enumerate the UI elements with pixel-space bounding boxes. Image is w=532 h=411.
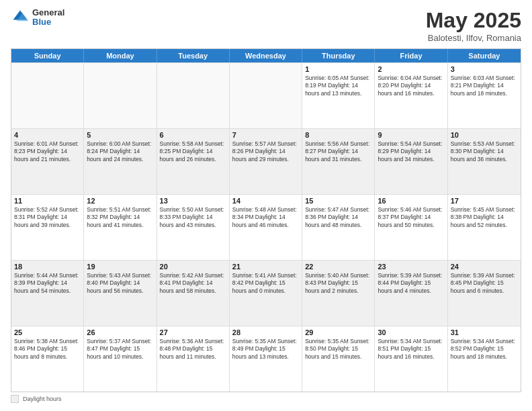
weekday-header: Friday [375, 49, 447, 62]
day-number: 27 [160, 328, 226, 336]
day-info: Sunrise: 5:58 AM Sunset: 8:25 PM Dayligh… [160, 140, 226, 163]
day-number: 29 [305, 328, 371, 336]
month-title: May 2025 [426, 8, 521, 33]
day-info: Sunrise: 5:39 AM Sunset: 8:45 PM Dayligh… [451, 272, 518, 295]
day-info: Sunrise: 5:35 AM Sunset: 8:50 PM Dayligh… [305, 338, 371, 361]
calendar-row: 25Sunrise: 5:38 AM Sunset: 8:46 PM Dayli… [11, 326, 521, 392]
day-info: Sunrise: 5:51 AM Sunset: 8:32 PM Dayligh… [87, 206, 153, 229]
day-info: Sunrise: 5:46 AM Sunset: 8:37 PM Dayligh… [378, 206, 444, 229]
day-info: Sunrise: 5:43 AM Sunset: 8:40 PM Dayligh… [87, 272, 153, 295]
calendar-cell: 17Sunrise: 5:45 AM Sunset: 8:38 PM Dayli… [448, 195, 521, 260]
day-info: Sunrise: 6:00 AM Sunset: 8:24 PM Dayligh… [87, 140, 153, 163]
logo-blue-text: Blue [32, 17, 64, 27]
day-number: 6 [160, 131, 226, 139]
day-info: Sunrise: 5:42 AM Sunset: 8:41 PM Dayligh… [160, 272, 226, 295]
day-number: 18 [14, 263, 81, 271]
day-info: Sunrise: 5:50 AM Sunset: 8:33 PM Dayligh… [160, 206, 226, 229]
calendar-row: 4Sunrise: 6:01 AM Sunset: 8:23 PM Daylig… [11, 128, 521, 194]
day-info: Sunrise: 5:56 AM Sunset: 8:27 PM Dayligh… [305, 140, 371, 163]
logo-general-text: General [32, 8, 64, 17]
day-number: 13 [160, 197, 226, 205]
calendar-cell: 8Sunrise: 5:56 AM Sunset: 8:27 PM Daylig… [302, 129, 375, 194]
day-number: 15 [305, 197, 371, 205]
day-info: Sunrise: 6:01 AM Sunset: 8:23 PM Dayligh… [14, 140, 81, 163]
day-number: 20 [160, 263, 226, 271]
day-info: Sunrise: 6:04 AM Sunset: 8:20 PM Dayligh… [378, 75, 444, 97]
weekday-header: Sunday [11, 49, 84, 62]
calendar-row: 11Sunrise: 5:52 AM Sunset: 8:31 PM Dayli… [11, 194, 521, 260]
header: General Blue May 2025 Balotesti, Ilfov, … [11, 8, 521, 43]
calendar-header: SundayMondayTuesdayWednesdayThursdayFrid… [11, 49, 521, 62]
day-number: 9 [378, 131, 444, 139]
calendar-cell: 14Sunrise: 5:48 AM Sunset: 8:34 PM Dayli… [230, 195, 302, 260]
calendar-cell: 6Sunrise: 5:58 AM Sunset: 8:25 PM Daylig… [157, 129, 230, 194]
calendar-cell: 29Sunrise: 5:35 AM Sunset: 8:50 PM Dayli… [302, 326, 375, 392]
day-number: 25 [14, 328, 81, 336]
calendar-cell: 18Sunrise: 5:44 AM Sunset: 8:39 PM Dayli… [11, 261, 84, 326]
day-number: 28 [232, 328, 299, 336]
logo-text: General Blue [32, 8, 64, 28]
calendar-cell: 12Sunrise: 5:51 AM Sunset: 8:32 PM Dayli… [84, 195, 157, 260]
title-section: May 2025 Balotesti, Ilfov, Romania [426, 8, 521, 43]
calendar-cell: 9Sunrise: 5:54 AM Sunset: 8:29 PM Daylig… [375, 129, 447, 194]
location: Balotesti, Ilfov, Romania [426, 33, 521, 43]
day-info: Sunrise: 5:44 AM Sunset: 8:39 PM Dayligh… [14, 272, 81, 295]
day-number: 14 [232, 197, 299, 205]
day-info: Sunrise: 5:45 AM Sunset: 8:38 PM Dayligh… [451, 206, 518, 229]
weekday-header: Monday [84, 49, 157, 62]
calendar-cell: 7Sunrise: 5:57 AM Sunset: 8:26 PM Daylig… [230, 129, 302, 194]
day-number: 8 [305, 131, 371, 139]
day-number: 5 [87, 131, 153, 139]
day-info: Sunrise: 5:57 AM Sunset: 8:26 PM Dayligh… [232, 140, 299, 163]
day-number: 2 [378, 65, 444, 73]
day-info: Sunrise: 5:53 AM Sunset: 8:30 PM Dayligh… [451, 140, 518, 163]
day-info: Sunrise: 5:54 AM Sunset: 8:29 PM Dayligh… [378, 140, 444, 163]
calendar-cell: 4Sunrise: 6:01 AM Sunset: 8:23 PM Daylig… [11, 129, 84, 194]
footer-box [11, 395, 19, 403]
day-number: 17 [451, 197, 518, 205]
calendar-body: 1Sunrise: 6:05 AM Sunset: 8:19 PM Daylig… [11, 62, 521, 392]
day-number: 31 [451, 328, 518, 336]
calendar-cell: 2Sunrise: 6:04 AM Sunset: 8:20 PM Daylig… [375, 63, 447, 128]
day-number: 1 [305, 65, 371, 73]
footer-label: Daylight hours [23, 396, 62, 402]
calendar-cell: 1Sunrise: 6:05 AM Sunset: 8:19 PM Daylig… [302, 63, 375, 128]
calendar-cell [11, 63, 84, 128]
calendar-cell: 22Sunrise: 5:40 AM Sunset: 8:43 PM Dayli… [302, 261, 375, 326]
logo: General Blue [11, 8, 64, 28]
day-info: Sunrise: 5:38 AM Sunset: 8:46 PM Dayligh… [14, 338, 81, 361]
calendar-cell: 20Sunrise: 5:42 AM Sunset: 8:41 PM Dayli… [157, 261, 230, 326]
calendar-cell [230, 63, 302, 128]
calendar-row: 1Sunrise: 6:05 AM Sunset: 8:19 PM Daylig… [11, 62, 521, 128]
calendar-cell: 10Sunrise: 5:53 AM Sunset: 8:30 PM Dayli… [448, 129, 521, 194]
day-info: Sunrise: 5:52 AM Sunset: 8:31 PM Dayligh… [14, 206, 81, 229]
day-number: 30 [378, 328, 444, 336]
weekday-header: Thursday [302, 49, 375, 62]
day-info: Sunrise: 5:47 AM Sunset: 8:36 PM Dayligh… [305, 206, 371, 229]
day-number: 11 [14, 197, 81, 205]
calendar-cell: 5Sunrise: 6:00 AM Sunset: 8:24 PM Daylig… [84, 129, 157, 194]
day-number: 19 [87, 263, 153, 271]
calendar-cell: 15Sunrise: 5:47 AM Sunset: 8:36 PM Dayli… [302, 195, 375, 260]
calendar-cell: 16Sunrise: 5:46 AM Sunset: 8:37 PM Dayli… [375, 195, 447, 260]
calendar-cell [157, 63, 230, 128]
day-number: 22 [305, 263, 371, 271]
calendar-cell: 13Sunrise: 5:50 AM Sunset: 8:33 PM Dayli… [157, 195, 230, 260]
day-number: 24 [451, 263, 518, 271]
calendar-cell [84, 63, 157, 128]
calendar-cell: 3Sunrise: 6:03 AM Sunset: 8:21 PM Daylig… [448, 63, 521, 128]
calendar-cell: 21Sunrise: 5:41 AM Sunset: 8:42 PM Dayli… [230, 261, 302, 326]
calendar-cell: 26Sunrise: 5:37 AM Sunset: 8:47 PM Dayli… [84, 326, 157, 392]
calendar-cell: 31Sunrise: 5:34 AM Sunset: 8:52 PM Dayli… [448, 326, 521, 392]
calendar-cell: 28Sunrise: 5:35 AM Sunset: 8:49 PM Dayli… [230, 326, 302, 392]
weekday-header: Wednesday [230, 49, 302, 62]
day-number: 10 [451, 131, 518, 139]
day-info: Sunrise: 5:36 AM Sunset: 8:48 PM Dayligh… [160, 338, 226, 361]
day-info: Sunrise: 5:35 AM Sunset: 8:49 PM Dayligh… [232, 338, 299, 361]
day-info: Sunrise: 5:37 AM Sunset: 8:47 PM Dayligh… [87, 338, 153, 361]
day-info: Sunrise: 5:39 AM Sunset: 8:44 PM Dayligh… [378, 272, 444, 295]
day-number: 26 [87, 328, 153, 336]
day-info: Sunrise: 5:34 AM Sunset: 8:52 PM Dayligh… [451, 338, 518, 361]
day-number: 23 [378, 263, 444, 271]
page: General Blue May 2025 Balotesti, Ilfov, … [0, 0, 532, 411]
